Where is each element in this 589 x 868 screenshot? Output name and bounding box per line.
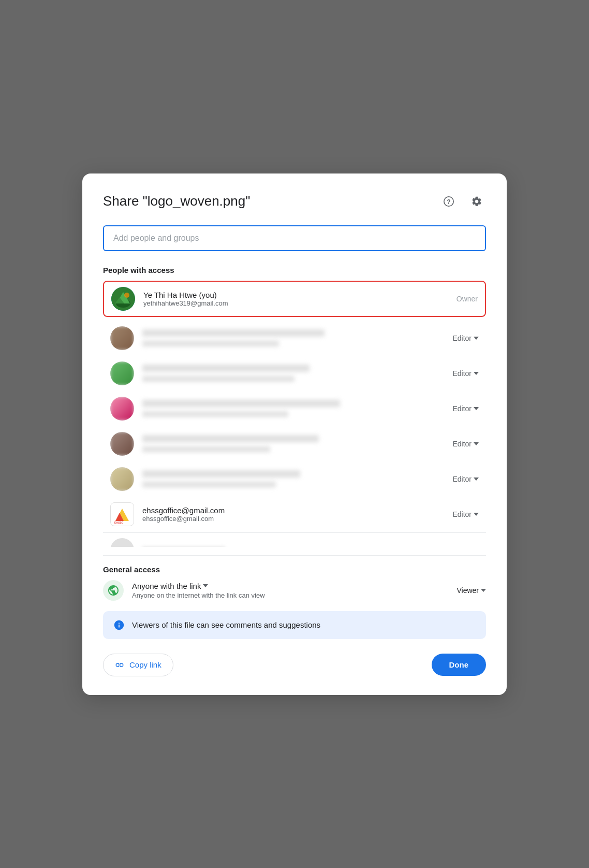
ehssg-name: ehssgoffice@gmail.com xyxy=(142,506,446,515)
modal-overlay: Share "logo_woven.png" ? xyxy=(0,0,589,868)
avatar xyxy=(110,432,134,456)
editor-role[interactable]: Editor xyxy=(452,404,479,413)
list-item: Editor xyxy=(103,392,486,426)
blurred-name xyxy=(142,470,300,478)
list-item: Editor xyxy=(103,462,486,496)
person-info xyxy=(142,400,446,417)
chevron-down-icon xyxy=(474,513,479,516)
svg-text:?: ? xyxy=(447,198,450,205)
info-icon xyxy=(113,619,125,631)
svg-text:EHSSG: EHSSG xyxy=(114,521,124,524)
access-type-label: Anyone with the link xyxy=(132,582,201,590)
chevron-down-icon xyxy=(474,407,479,410)
access-info: Anyone with the link Anyone on the inter… xyxy=(132,582,448,599)
dialog-header: Share "logo_woven.png" ? xyxy=(103,192,486,211)
globe-icon xyxy=(107,584,120,597)
share-dialog: Share "logo_woven.png" ? xyxy=(82,173,507,695)
editor-role[interactable]: Editor xyxy=(452,440,479,448)
avatar xyxy=(110,361,134,385)
list-item: EHSSG ehssgoffice@gmail.com ehssgoffice@… xyxy=(103,497,486,531)
blurred-name xyxy=(142,435,319,442)
access-type-dropdown[interactable]: Anyone with the link xyxy=(132,582,448,590)
owner-avatar-img xyxy=(111,287,135,311)
list-item: Editor xyxy=(103,427,486,461)
done-label: Done xyxy=(449,660,469,669)
blurred-email xyxy=(142,446,270,452)
viewer-role-label: Viewer xyxy=(457,586,479,595)
person-info xyxy=(142,470,446,487)
search-input[interactable] xyxy=(113,234,476,243)
blurred-name xyxy=(142,329,325,337)
viewer-chevron-icon xyxy=(481,589,486,592)
ehssg-email: ehssgoffice@gmail.com xyxy=(142,515,446,523)
chevron-down-icon xyxy=(474,442,479,445)
owner-role: Owner xyxy=(457,295,478,303)
access-desc: Anyone on the internet with the link can… xyxy=(132,591,448,599)
chevron-down-icon xyxy=(474,478,479,481)
info-banner-text: Viewers of this file can see comments an… xyxy=(132,620,320,629)
blurred-email xyxy=(142,482,276,487)
owner-info: Ye Thi Ha Htwe (you) yethihahtwe319@gmai… xyxy=(143,291,450,307)
help-button[interactable]: ? xyxy=(439,192,458,211)
settings-button[interactable] xyxy=(467,192,486,211)
access-chevron-icon xyxy=(203,584,208,587)
search-input-wrapper[interactable] xyxy=(103,225,486,251)
editor-role[interactable]: Editor xyxy=(452,475,479,483)
avatar xyxy=(110,326,134,350)
owner-email: yethihahtwe319@gmail.com xyxy=(143,299,450,307)
ehssg-logo: EHSSG xyxy=(112,504,132,524)
info-banner: Viewers of this file can see comments an… xyxy=(103,611,486,639)
avatar xyxy=(110,397,134,421)
blurred-name xyxy=(142,365,310,372)
list-item: Editor xyxy=(103,321,486,355)
svg-point-6 xyxy=(124,293,129,298)
avatar xyxy=(110,467,134,491)
done-button[interactable]: Done xyxy=(432,654,487,676)
ehssg-info: ehssgoffice@gmail.com ehssgoffice@gmail.… xyxy=(142,506,446,523)
globe-icon-wrapper xyxy=(103,580,124,601)
people-section-label: People with access xyxy=(103,266,486,274)
footer-buttons: Copy link Done xyxy=(103,654,486,676)
list-item: Editor xyxy=(103,356,486,390)
copy-link-label: Copy link xyxy=(129,660,161,669)
people-list: Ye Thi Ha Htwe (you) yethihahtwe319@gmai… xyxy=(103,281,486,547)
person-info xyxy=(142,365,446,382)
person-info xyxy=(142,435,446,452)
dialog-title: Share "logo_woven.png" xyxy=(103,193,250,209)
header-icons: ? xyxy=(439,192,486,211)
editor-role[interactable]: Editor xyxy=(452,334,479,342)
people-section: People with access xyxy=(103,266,486,547)
access-row: Anyone with the link Anyone on the inter… xyxy=(103,580,486,601)
ehssg-role[interactable]: Editor xyxy=(452,510,479,518)
general-access-section: General access Anyone with the link Anyo… xyxy=(103,565,486,601)
person-info xyxy=(142,329,446,346)
blurred-email xyxy=(142,341,279,346)
chevron-down-icon xyxy=(474,337,479,340)
partial-row xyxy=(103,532,486,547)
link-icon xyxy=(115,660,124,670)
help-icon: ? xyxy=(443,196,454,207)
divider xyxy=(103,555,486,556)
chevron-down-icon xyxy=(474,372,479,375)
settings-icon xyxy=(471,196,482,207)
owner-avatar xyxy=(111,287,135,311)
owner-name: Ye Thi Ha Htwe (you) xyxy=(143,291,450,299)
owner-row: Ye Thi Ha Htwe (you) yethihahtwe319@gmai… xyxy=(103,281,486,317)
blurred-email xyxy=(142,411,288,417)
viewer-role-dropdown[interactable]: Viewer xyxy=(457,586,486,595)
blurred-name xyxy=(142,400,340,407)
ehssg-avatar: EHSSG xyxy=(110,502,134,526)
copy-link-button[interactable]: Copy link xyxy=(103,654,173,676)
blurred-email xyxy=(142,376,294,382)
editor-role[interactable]: Editor xyxy=(452,369,479,378)
general-access-label: General access xyxy=(103,565,486,574)
